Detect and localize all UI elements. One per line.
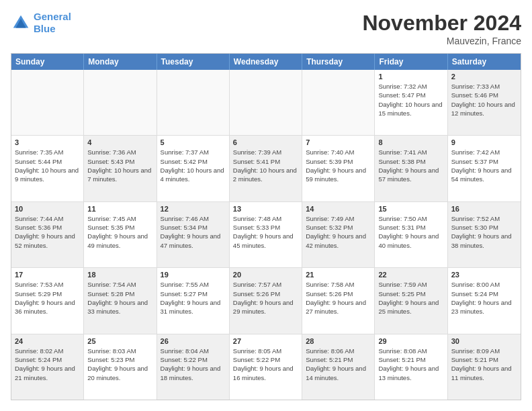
day-info: Sunrise: 7:48 AM Sunset: 5:33 PM Dayligh… (233, 214, 298, 250)
calendar-cell: 1Sunrise: 7:32 AM Sunset: 5:47 PM Daylig… (375, 70, 447, 135)
day-info: Sunrise: 7:57 AM Sunset: 5:26 PM Dayligh… (233, 280, 298, 316)
day-number: 20 (233, 271, 298, 279)
calendar-cell: 21Sunrise: 7:58 AM Sunset: 5:26 PM Dayli… (302, 268, 375, 333)
calendar-cell: 18Sunrise: 7:54 AM Sunset: 5:28 PM Dayli… (84, 268, 157, 333)
calendar-cell: 9Sunrise: 7:42 AM Sunset: 5:37 PM Daylig… (448, 136, 521, 201)
day-number: 9 (451, 138, 517, 146)
day-info: Sunrise: 7:46 AM Sunset: 5:34 PM Dayligh… (161, 214, 226, 250)
calendar-cell: 17Sunrise: 7:53 AM Sunset: 5:29 PM Dayli… (11, 268, 84, 333)
calendar-cell: 12Sunrise: 7:46 AM Sunset: 5:34 PM Dayli… (157, 202, 230, 267)
calendar-cell (157, 70, 230, 135)
calendar-cell: 28Sunrise: 8:06 AM Sunset: 5:21 PM Dayli… (302, 334, 375, 400)
day-info: Sunrise: 7:37 AM Sunset: 5:42 PM Dayligh… (161, 148, 226, 183)
calendar-cell: 23Sunrise: 8:00 AM Sunset: 5:24 PM Dayli… (448, 268, 521, 333)
day-info: Sunrise: 8:06 AM Sunset: 5:21 PM Dayligh… (306, 347, 371, 382)
day-info: Sunrise: 7:39 AM Sunset: 5:41 PM Dayligh… (233, 148, 298, 183)
calendar-cell: 5Sunrise: 7:37 AM Sunset: 5:42 PM Daylig… (157, 136, 230, 201)
header-friday: Friday (375, 54, 447, 70)
day-number: 12 (161, 205, 226, 213)
title-block: November 2024 Mauvezin, France (362, 11, 521, 46)
calendar-cell (11, 70, 84, 135)
day-info: Sunrise: 8:03 AM Sunset: 5:23 PM Dayligh… (87, 347, 152, 382)
calendar-body: 1Sunrise: 7:32 AM Sunset: 5:47 PM Daylig… (11, 70, 521, 400)
day-info: Sunrise: 8:09 AM Sunset: 5:21 PM Dayligh… (451, 347, 517, 382)
calendar-cell: 27Sunrise: 8:05 AM Sunset: 5:22 PM Dayli… (230, 334, 302, 400)
calendar-cell: 16Sunrise: 7:52 AM Sunset: 5:30 PM Dayli… (448, 202, 521, 267)
day-number: 13 (233, 205, 298, 213)
calendar-cell: 30Sunrise: 8:09 AM Sunset: 5:21 PM Dayli… (448, 334, 521, 400)
calendar-cell (84, 70, 157, 135)
day-info: Sunrise: 7:58 AM Sunset: 5:26 PM Dayligh… (306, 280, 371, 316)
day-info: Sunrise: 7:32 AM Sunset: 5:47 PM Dayligh… (378, 82, 443, 118)
header-wednesday: Wednesday (230, 54, 302, 70)
calendar-cell: 24Sunrise: 8:02 AM Sunset: 5:24 PM Dayli… (11, 334, 84, 400)
header: General Blue November 2024 Mauvezin, Fra… (11, 11, 521, 46)
day-info: Sunrise: 7:42 AM Sunset: 5:37 PM Dayligh… (451, 148, 517, 183)
logo-line1: General (34, 11, 71, 22)
day-info: Sunrise: 7:40 AM Sunset: 5:39 PM Dayligh… (306, 148, 371, 183)
calendar-cell: 6Sunrise: 7:39 AM Sunset: 5:41 PM Daylig… (230, 136, 302, 201)
page: General Blue November 2024 Mauvezin, Fra… (0, 0, 532, 411)
calendar-cell: 15Sunrise: 7:50 AM Sunset: 5:31 PM Dayli… (375, 202, 447, 267)
calendar-cell: 26Sunrise: 8:04 AM Sunset: 5:22 PM Dayli… (157, 334, 230, 400)
calendar-cell: 10Sunrise: 7:44 AM Sunset: 5:36 PM Dayli… (11, 202, 84, 267)
day-number: 11 (87, 205, 152, 213)
logo-text: General Blue (34, 11, 71, 35)
day-number: 26 (161, 337, 226, 345)
day-info: Sunrise: 7:49 AM Sunset: 5:32 PM Dayligh… (306, 214, 371, 250)
day-number: 21 (306, 271, 371, 279)
day-info: Sunrise: 8:04 AM Sunset: 5:22 PM Dayligh… (161, 347, 226, 382)
day-number: 22 (378, 271, 443, 279)
day-info: Sunrise: 7:52 AM Sunset: 5:30 PM Dayligh… (451, 214, 517, 250)
day-number: 3 (15, 138, 80, 146)
day-number: 24 (15, 337, 80, 345)
calendar-cell (230, 70, 302, 135)
calendar-cell: 19Sunrise: 7:55 AM Sunset: 5:27 PM Dayli… (157, 268, 230, 333)
calendar-row-1: 3Sunrise: 7:35 AM Sunset: 5:44 PM Daylig… (11, 136, 521, 201)
month-title: November 2024 (362, 11, 521, 36)
day-number: 15 (378, 205, 443, 213)
calendar-cell: 4Sunrise: 7:36 AM Sunset: 5:43 PM Daylig… (84, 136, 157, 201)
day-number: 30 (451, 337, 517, 345)
day-number: 19 (161, 271, 226, 279)
calendar-cell: 11Sunrise: 7:45 AM Sunset: 5:35 PM Dayli… (84, 202, 157, 267)
calendar-cell: 3Sunrise: 7:35 AM Sunset: 5:44 PM Daylig… (11, 136, 84, 201)
day-number: 1 (378, 73, 443, 81)
day-number: 23 (451, 271, 517, 279)
day-info: Sunrise: 7:35 AM Sunset: 5:44 PM Dayligh… (15, 148, 80, 183)
day-number: 17 (15, 271, 80, 279)
header-sunday: Sunday (11, 54, 84, 70)
calendar-cell (302, 70, 375, 135)
calendar: Sunday Monday Tuesday Wednesday Thursday… (11, 53, 521, 400)
calendar-cell: 22Sunrise: 7:59 AM Sunset: 5:25 PM Dayli… (375, 268, 447, 333)
day-info: Sunrise: 7:41 AM Sunset: 5:38 PM Dayligh… (378, 148, 443, 183)
calendar-cell: 8Sunrise: 7:41 AM Sunset: 5:38 PM Daylig… (375, 136, 447, 201)
header-monday: Monday (84, 54, 157, 70)
calendar-cell: 2Sunrise: 7:33 AM Sunset: 5:46 PM Daylig… (448, 70, 521, 135)
day-info: Sunrise: 8:05 AM Sunset: 5:22 PM Dayligh… (233, 347, 298, 382)
day-number: 7 (306, 138, 371, 146)
day-info: Sunrise: 7:50 AM Sunset: 5:31 PM Dayligh… (378, 214, 443, 250)
day-number: 5 (161, 138, 226, 146)
day-number: 16 (451, 205, 517, 213)
calendar-cell: 13Sunrise: 7:48 AM Sunset: 5:33 PM Dayli… (230, 202, 302, 267)
day-info: Sunrise: 7:55 AM Sunset: 5:27 PM Dayligh… (161, 280, 226, 316)
day-number: 25 (87, 337, 152, 345)
day-number: 27 (233, 337, 298, 345)
calendar-row-3: 17Sunrise: 7:53 AM Sunset: 5:29 PM Dayli… (11, 268, 521, 334)
header-saturday: Saturday (448, 54, 521, 70)
day-info: Sunrise: 8:00 AM Sunset: 5:24 PM Dayligh… (451, 280, 517, 316)
header-thursday: Thursday (302, 54, 375, 70)
day-info: Sunrise: 7:53 AM Sunset: 5:29 PM Dayligh… (15, 280, 80, 316)
calendar-cell: 29Sunrise: 8:08 AM Sunset: 5:21 PM Dayli… (375, 334, 447, 400)
day-info: Sunrise: 7:44 AM Sunset: 5:36 PM Dayligh… (15, 214, 80, 250)
calendar-row-0: 1Sunrise: 7:32 AM Sunset: 5:47 PM Daylig… (11, 70, 521, 136)
day-number: 29 (378, 337, 443, 345)
day-number: 8 (378, 138, 443, 146)
calendar-cell: 20Sunrise: 7:57 AM Sunset: 5:26 PM Dayli… (230, 268, 302, 333)
day-info: Sunrise: 7:54 AM Sunset: 5:28 PM Dayligh… (87, 280, 152, 316)
logo-line2: Blue (34, 23, 56, 34)
day-number: 28 (306, 337, 371, 345)
logo: General Blue (11, 11, 71, 35)
header-tuesday: Tuesday (157, 54, 230, 70)
